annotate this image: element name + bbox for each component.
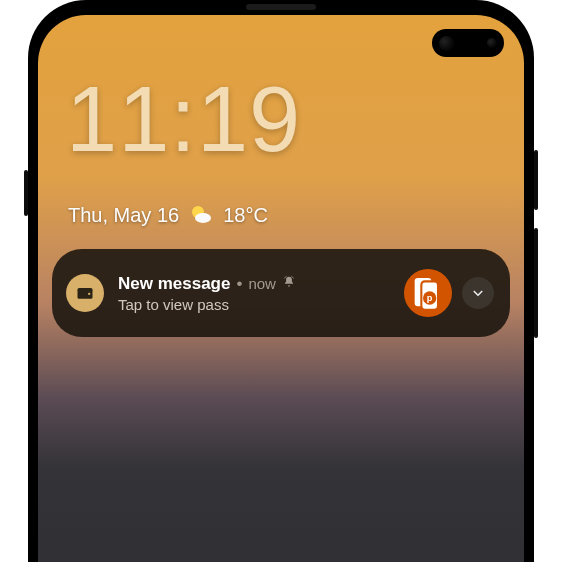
svg-point-4	[88, 293, 90, 295]
notification-body: Tap to view pass	[118, 296, 394, 313]
phone-frame: 11:19 Thu, May 16 18°C N	[28, 0, 534, 562]
wallet-icon	[75, 283, 95, 303]
camera-cutout	[432, 29, 504, 57]
camera-lens-icon	[439, 36, 454, 51]
chevron-down-icon	[469, 284, 487, 302]
notification-large-icon: p	[404, 269, 452, 317]
notification-time: now	[248, 275, 276, 292]
weather-partly-cloudy-icon	[189, 203, 213, 227]
date-weather-row[interactable]: Thu, May 16 18°C	[68, 203, 268, 227]
date-text: Thu, May 16	[68, 204, 179, 227]
notification-text-block: New message • now Tap to view pass	[118, 274, 394, 313]
expand-button[interactable]	[462, 277, 494, 309]
camera-lens-icon	[487, 38, 497, 48]
side-button	[24, 170, 28, 216]
separator-dot: •	[236, 274, 242, 294]
side-button	[534, 150, 538, 210]
svg-point-1	[195, 213, 211, 223]
speaker-grille	[246, 4, 316, 10]
pass-icon: p	[408, 273, 448, 313]
svg-text:p: p	[427, 293, 433, 303]
notification-card[interactable]: New message • now Tap to view pass	[52, 249, 510, 337]
side-button	[534, 228, 538, 338]
notification-title: New message	[118, 274, 230, 294]
svg-rect-3	[78, 288, 93, 291]
bell-icon	[282, 274, 296, 294]
lockscreen-clock: 11:19	[66, 73, 301, 165]
notification-app-icon	[66, 274, 104, 312]
temperature-text: 18°C	[223, 204, 268, 227]
lock-screen[interactable]: 11:19 Thu, May 16 18°C N	[38, 15, 524, 562]
